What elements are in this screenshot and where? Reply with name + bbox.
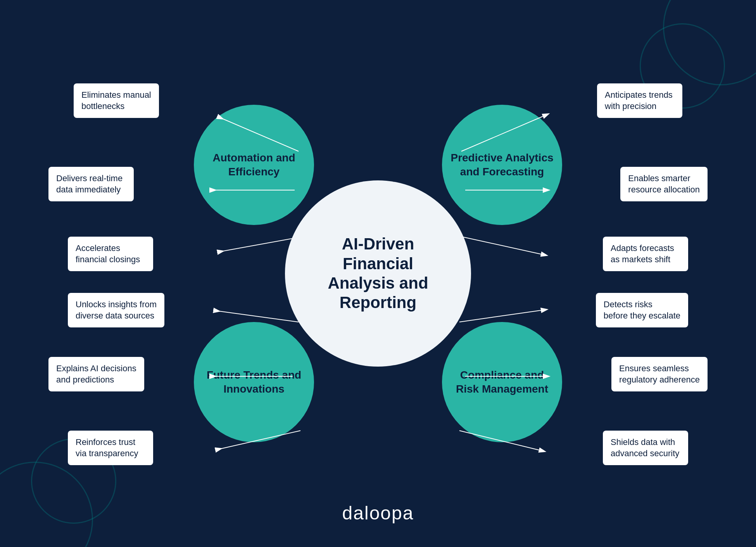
svg-line-7 xyxy=(461,237,541,254)
box-reinforces: Reinforces trustvia transparency xyxy=(68,431,153,465)
deco-circle-bottom-left-outer xyxy=(0,462,93,547)
box-anticipates-text: Anticipates trendswith precision xyxy=(605,90,673,111)
box-enables: Enables smarterresource allocation xyxy=(620,167,708,201)
svg-line-8 xyxy=(213,310,299,322)
box-detects-text: Detects risksbefore they escalate xyxy=(604,299,680,320)
box-eliminates-text: Eliminates manualbottlenecks xyxy=(81,90,151,111)
satellite-future-label: Future Trends andInnovations xyxy=(199,360,309,404)
box-accelerates-text: Acceleratesfinancial closings xyxy=(76,243,140,264)
box-realtime-text: Delivers real-timedata immediately xyxy=(56,173,123,194)
satellite-compliance-label: Compliance andRisk Management xyxy=(448,360,556,404)
satellite-automation: Automation andEfficiency xyxy=(194,105,314,225)
box-ensures-text: Ensures seamlessregulatory adherence xyxy=(619,364,700,384)
satellite-compliance: Compliance andRisk Management xyxy=(442,322,562,442)
box-unlocks-text: Unlocks insights fromdiverse data source… xyxy=(76,299,157,320)
box-unlocks: Unlocks insights fromdiverse data source… xyxy=(68,293,164,327)
satellite-automation-label: Automation andEfficiency xyxy=(205,143,303,187)
logo-text: daloopa xyxy=(342,503,414,523)
box-explains: Explains AI decisionsand predictions xyxy=(48,357,144,391)
deco-circle-top-right-outer xyxy=(663,0,756,85)
center-circle: AI-DrivenFinancialAnalysis andReporting xyxy=(285,180,471,367)
box-eliminates: Eliminates manualbottlenecks xyxy=(74,83,159,118)
box-accelerates: Acceleratesfinancial closings xyxy=(68,237,153,271)
box-shields: Shields data withadvanced security xyxy=(603,431,688,465)
satellite-future: Future Trends andInnovations xyxy=(194,322,314,442)
satellite-predictive: Predictive Analyticsand Forecasting xyxy=(442,105,562,225)
box-detects: Detects risksbefore they escalate xyxy=(596,293,688,327)
box-reinforces-text: Reinforces trustvia transparency xyxy=(76,437,138,458)
main-diagram: AI-DrivenFinancialAnalysis andReporting … xyxy=(0,0,756,547)
center-title: AI-DrivenFinancialAnalysis andReporting xyxy=(320,227,436,320)
box-shields-text: Shields data withadvanced security xyxy=(611,437,679,458)
box-adapts: Adapts forecastsas markets shift xyxy=(603,237,688,271)
box-ensures: Ensures seamlessregulatory adherence xyxy=(611,357,708,391)
daloopa-logo: daloopa xyxy=(342,502,414,524)
box-explains-text: Explains AI decisionsand predictions xyxy=(56,364,136,384)
satellite-predictive-label: Predictive Analyticsand Forecasting xyxy=(443,143,561,187)
box-realtime: Delivers real-timedata immediately xyxy=(48,167,134,201)
box-enables-text: Enables smarterresource allocation xyxy=(628,173,700,194)
box-anticipates: Anticipates trendswith precision xyxy=(597,83,682,118)
box-adapts-text: Adapts forecastsas markets shift xyxy=(611,243,674,264)
svg-line-11 xyxy=(459,310,541,322)
